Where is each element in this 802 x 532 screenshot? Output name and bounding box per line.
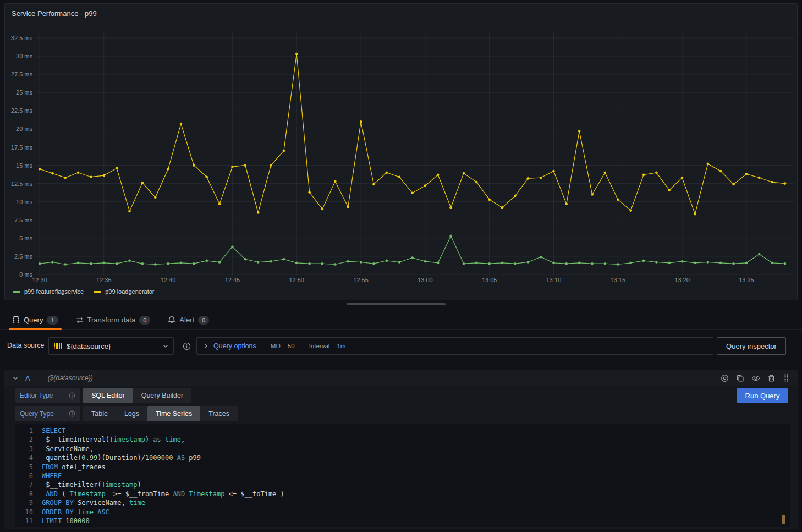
line-number: 5 bbox=[15, 463, 33, 471]
svg-text:12:50: 12:50 bbox=[289, 277, 304, 283]
svg-text:32.5 ms: 32.5 ms bbox=[11, 35, 33, 41]
tab-count-badge: 0 bbox=[198, 316, 209, 325]
help-circle-icon bbox=[183, 342, 191, 350]
tab-label: Alert bbox=[179, 316, 194, 324]
svg-text:20 ms: 20 ms bbox=[16, 125, 32, 132]
drag-handle-icon[interactable] bbox=[783, 374, 790, 382]
editor-type-label: Editor Type bbox=[15, 388, 80, 403]
svg-text:13:05: 13:05 bbox=[482, 277, 497, 283]
series-p99-loadgenerator bbox=[39, 53, 787, 216]
tab-alert[interactable]: Alert 0 bbox=[163, 311, 213, 330]
datasource-logo-icon bbox=[53, 342, 62, 350]
tab-count-badge: 0 bbox=[139, 316, 150, 325]
svg-text:12:35: 12:35 bbox=[96, 277, 112, 283]
line-number: 3 bbox=[15, 445, 33, 453]
code-line[interactable]: AND ( Timestamp >= $__fromTime AND Times… bbox=[42, 490, 790, 498]
query-type-time-series[interactable]: Time Series bbox=[147, 406, 200, 421]
legend-swatch bbox=[94, 291, 101, 293]
info-icon[interactable] bbox=[69, 392, 75, 399]
datasource-help-button[interactable] bbox=[178, 337, 195, 355]
run-query-button[interactable]: Run Query bbox=[737, 388, 788, 403]
line-number: 8 bbox=[15, 490, 33, 498]
code-line[interactable]: LIMIT 100000 bbox=[42, 517, 790, 525]
legend-item-loadgenerator[interactable]: p99 loadgenerator bbox=[94, 288, 154, 295]
query-type-label: Query Type bbox=[15, 406, 80, 421]
sql-code[interactable]: SELECT $__timeInterval(Timestamp) as tim… bbox=[42, 426, 790, 527]
line-number: 6 bbox=[15, 471, 33, 480]
tab-count-badge: 1 bbox=[47, 316, 58, 325]
datasource-picker[interactable]: ${datasource} bbox=[48, 337, 174, 355]
svg-text:30 ms: 30 ms bbox=[16, 53, 32, 59]
timeseries-panel: Service Performance - p99 0 ms2.5 ms5 ms… bbox=[4, 3, 798, 300]
svg-text:12:55: 12:55 bbox=[353, 277, 369, 283]
svg-text:25 ms: 25 ms bbox=[16, 89, 32, 96]
gridlines bbox=[36, 32, 794, 275]
editor-type-query-builder[interactable]: Query Builder bbox=[133, 388, 191, 403]
query-inspector-label: Query inspector bbox=[726, 342, 777, 350]
svg-text:13:15: 13:15 bbox=[611, 277, 626, 283]
copy-query-icon[interactable] bbox=[736, 374, 744, 382]
query-type-table[interactable]: Table bbox=[83, 406, 116, 421]
query-options-bar[interactable]: Query options MD = 50 Interval = 1m bbox=[196, 337, 713, 355]
code-line[interactable]: WHERE bbox=[42, 471, 790, 480]
max-data-points-value: MD = 50 bbox=[271, 343, 295, 349]
svg-text:0 ms: 0 ms bbox=[19, 271, 32, 278]
line-number: 11 bbox=[15, 517, 33, 525]
code-line[interactable]: $__timeInterval(Timestamp) as time, bbox=[42, 435, 790, 444]
code-line[interactable]: GROUP BY ServiceName, time bbox=[42, 498, 790, 507]
code-line[interactable]: SELECT bbox=[42, 426, 790, 435]
line-number: 9 bbox=[15, 498, 33, 507]
tab-transform-data[interactable]: Transform data 0 bbox=[72, 311, 155, 330]
horizontal-scrollbar[interactable] bbox=[347, 303, 446, 305]
editor-cursor-marker bbox=[782, 515, 785, 524]
editor-type-row: Editor Type SQL Editor Query Builder bbox=[15, 388, 191, 403]
sql-editor[interactable]: 1234567891011 SELECT $__timeInterval(Tim… bbox=[15, 424, 790, 527]
query-ref-id[interactable]: A bbox=[25, 374, 30, 382]
svg-text:17.5 ms: 17.5 ms bbox=[11, 144, 33, 151]
code-line[interactable]: ServiceName, bbox=[42, 445, 790, 453]
hide-response-icon[interactable] bbox=[751, 374, 760, 382]
query-options-link[interactable]: Query options bbox=[213, 342, 256, 350]
chart-svg[interactable]: 0 ms2.5 ms5 ms7.5 ms10 ms12.5 ms15 ms17.… bbox=[5, 21, 796, 287]
x-axis-labels: 12:3012:3512:4012:4512:5012:5513:0013:05… bbox=[32, 277, 754, 283]
query-type-segmented-control: Table Logs Time Series Traces bbox=[83, 406, 238, 421]
chevron-right-icon bbox=[202, 343, 209, 349]
line-number: 1 bbox=[15, 426, 33, 435]
tab-query[interactable]: Query 1 bbox=[8, 311, 63, 330]
remove-query-icon[interactable] bbox=[767, 374, 776, 382]
svg-text:12:45: 12:45 bbox=[225, 277, 240, 283]
editor-type-sql-editor[interactable]: SQL Editor bbox=[83, 388, 133, 403]
svg-text:5 ms: 5 ms bbox=[19, 235, 32, 242]
tab-label: Query bbox=[24, 316, 43, 324]
datasource-label: Data source bbox=[7, 342, 44, 349]
query-type-traces[interactable]: Traces bbox=[200, 406, 238, 421]
datasource-value: ${datasource} bbox=[67, 342, 158, 350]
code-line[interactable]: FROM otel_traces bbox=[42, 463, 790, 471]
disable-query-icon[interactable] bbox=[721, 374, 729, 382]
sql-gutter: 1234567891011 bbox=[15, 426, 42, 527]
line-number: 7 bbox=[15, 480, 33, 489]
editor-type-label-text: Editor Type bbox=[20, 392, 53, 399]
collapse-chevron-icon[interactable] bbox=[12, 375, 19, 381]
code-line[interactable]: ORDER BY time ASC bbox=[42, 508, 790, 517]
info-icon[interactable] bbox=[69, 410, 75, 417]
query-inspector-button[interactable]: Query inspector bbox=[717, 337, 786, 355]
code-line[interactable]: quantile(0.99)(Duration)/1000000 AS p99 bbox=[42, 453, 790, 462]
code-line[interactable]: $__timeFilter(Timestamp) bbox=[42, 480, 790, 489]
legend-swatch bbox=[13, 291, 20, 293]
svg-text:12:40: 12:40 bbox=[161, 277, 176, 283]
chart-legend: p99 featureflagservice p99 loadgenerator bbox=[13, 288, 155, 295]
panel-title[interactable]: Service Performance - p99 bbox=[12, 9, 97, 18]
query-type-label-text: Query Type bbox=[20, 410, 54, 418]
svg-text:7.5 ms: 7.5 ms bbox=[14, 217, 33, 223]
query-row-header[interactable]: A (${datasource}) bbox=[4, 370, 798, 386]
transform-icon bbox=[76, 316, 84, 324]
datasource-bar: Data source ${datasource} Query options bbox=[0, 337, 802, 355]
legend-item-featureflagservice[interactable]: p99 featureflagservice bbox=[13, 288, 84, 295]
series-p99-featureflagservice bbox=[39, 235, 787, 266]
editor-type-segmented-control: SQL Editor Query Builder bbox=[83, 388, 191, 403]
query-type-logs[interactable]: Logs bbox=[116, 406, 147, 421]
database-icon bbox=[12, 316, 20, 324]
legend-label: p99 featureflagservice bbox=[24, 288, 84, 295]
svg-text:13:00: 13:00 bbox=[418, 277, 433, 283]
